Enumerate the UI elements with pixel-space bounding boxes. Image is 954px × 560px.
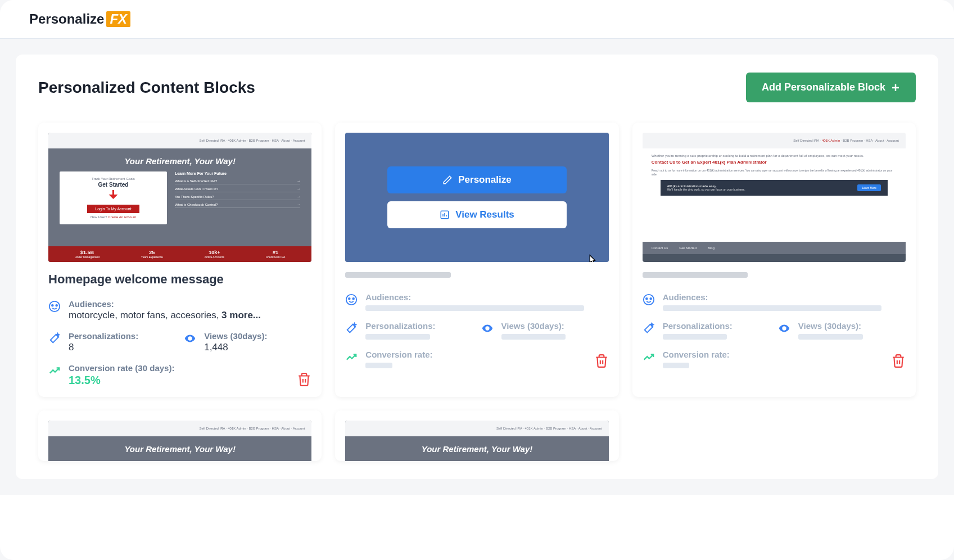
audiences-label: Audiences: <box>365 292 608 302</box>
wand-icon <box>345 322 358 335</box>
audiences-icon <box>48 300 61 313</box>
delete-button[interactable] <box>297 372 311 387</box>
wand-icon <box>48 332 61 345</box>
logo-fx: FX <box>106 11 130 27</box>
app-header: Personalize FX <box>0 0 954 39</box>
card-preview-thumbnail: Personalize View Results <box>345 133 608 262</box>
trend-up-icon <box>48 364 61 377</box>
logo-text: Personalize <box>29 11 104 27</box>
trend-up-icon <box>643 351 655 363</box>
content-block-card[interactable]: Self Directed IRA · 401K Admin · B2B Pro… <box>335 410 618 461</box>
personalizations-label: Personalizations: <box>69 331 176 341</box>
svg-point-12 <box>783 327 785 329</box>
card-preview-thumbnail: Self Directed IRA · 401K Admin · B2B Pro… <box>345 421 608 461</box>
content-block-card[interactable]: Personalize View Results <box>335 123 618 397</box>
svg-point-11 <box>650 298 652 300</box>
audiences-icon <box>345 293 358 306</box>
add-block-label: Add Personalizable Block <box>762 82 885 93</box>
svg-point-3 <box>189 337 191 340</box>
content-block-card[interactable]: Self Directed IRA · 401K Admin · B2B Pro… <box>632 123 916 397</box>
delete-button[interactable] <box>891 354 906 368</box>
card-preview-thumbnail: Self Directed IRA · 401K Admin · B2B Pro… <box>48 133 311 262</box>
card-preview-thumbnail: Self Directed IRA · 401K Admin · B2B Pro… <box>48 421 311 461</box>
personalizations-label: Personalizations: <box>663 321 770 331</box>
audiences-value: motorcycle, motor fans, accesories, 3 mo… <box>69 310 311 321</box>
svg-point-8 <box>486 327 489 329</box>
skeleton-title <box>345 272 450 278</box>
plus-icon <box>891 83 900 92</box>
audiences-icon <box>643 293 655 306</box>
view-results-button[interactable]: View Results <box>387 201 567 228</box>
eye-icon <box>184 332 196 345</box>
pencil-icon <box>442 175 453 185</box>
skeleton-title <box>643 272 748 278</box>
eye-icon <box>778 322 790 335</box>
add-block-button[interactable]: Add Personalizable Block <box>746 73 916 102</box>
svg-point-5 <box>346 295 356 305</box>
svg-point-9 <box>643 295 653 305</box>
views-label: Views (30days): <box>204 331 311 341</box>
views-label: Views (30days): <box>798 321 906 331</box>
personalizations-label: Personalizations: <box>365 321 473 331</box>
personalize-button[interactable]: Personalize <box>387 166 567 193</box>
page-title: Personalized Content Blocks <box>38 79 255 97</box>
views-value: 1,448 <box>204 342 311 353</box>
delete-button[interactable] <box>594 354 609 368</box>
svg-point-10 <box>646 298 648 300</box>
audiences-label: Audiences: <box>663 292 906 302</box>
audiences-label: Audiences: <box>69 299 311 309</box>
views-label: Views (30days): <box>501 321 609 331</box>
app-logo: Personalize FX <box>29 11 925 27</box>
personalizations-value: 8 <box>69 342 176 353</box>
trend-up-icon <box>345 351 358 363</box>
svg-point-7 <box>353 298 355 300</box>
card-title: Homepage welcome message <box>48 272 311 287</box>
svg-point-6 <box>349 298 350 300</box>
svg-point-2 <box>56 305 57 306</box>
conversion-label: Conversion rate: <box>365 350 432 359</box>
wand-icon <box>643 322 655 335</box>
eye-icon <box>481 322 494 335</box>
cursor-icon <box>585 254 598 262</box>
svg-point-0 <box>49 301 60 311</box>
chart-icon <box>440 210 450 220</box>
conversion-label: Conversion rate (30 days): <box>69 363 174 373</box>
svg-point-1 <box>52 305 53 306</box>
conversion-label: Conversion rate: <box>663 350 730 359</box>
content-block-card[interactable]: Self Directed IRA · 401K Admin · B2B Pro… <box>38 410 322 461</box>
conversion-value: 13.5% <box>69 374 174 387</box>
content-block-card[interactable]: Self Directed IRA · 401K Admin · B2B Pro… <box>38 123 322 397</box>
card-preview-thumbnail: Self Directed IRA · 401K Admin · B2B Pro… <box>643 133 906 262</box>
